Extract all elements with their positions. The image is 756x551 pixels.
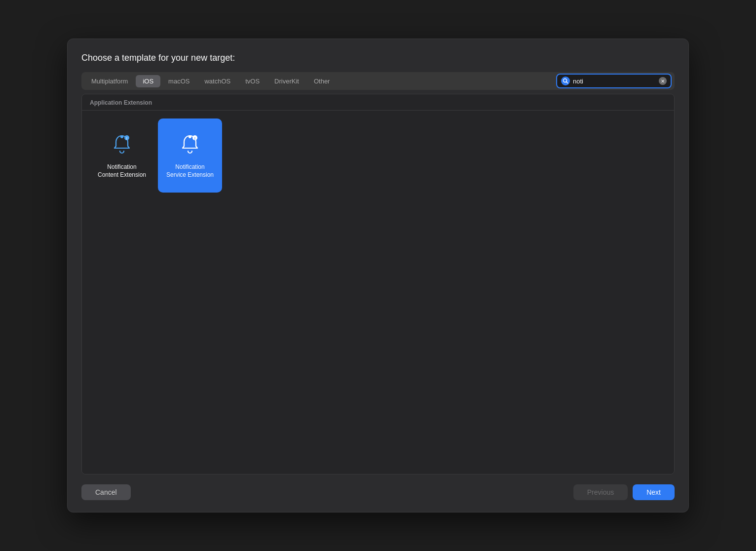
tabs-bar: Multiplatform iOS macOS watchOS tvOS Dri… <box>81 72 675 90</box>
notification-service-icon: ! <box>176 132 204 159</box>
templates-grid: ! NotificationContent Extension ! Notifi… <box>82 111 674 474</box>
dialog-title: Choose a template for your new target: <box>81 53 675 63</box>
cancel-button[interactable]: Cancel <box>81 484 131 500</box>
footer: Cancel Previous Next <box>81 484 675 500</box>
tab-watchos[interactable]: watchOS <box>197 75 237 87</box>
footer-right: Previous Next <box>573 484 675 500</box>
template-notification-content-label: NotificationContent Extension <box>98 163 146 179</box>
next-button[interactable]: Next <box>633 484 675 500</box>
search-clear-button[interactable]: ✕ <box>659 77 667 85</box>
tab-multiplatform[interactable]: Multiplatform <box>84 75 135 87</box>
search-box: ✕ <box>556 74 672 88</box>
svg-text:!: ! <box>126 137 127 140</box>
svg-point-2 <box>120 135 123 138</box>
template-notification-service-label: NotificationService Extension <box>166 163 214 179</box>
section-header: Application Extension <box>82 94 674 111</box>
content-area: Application Extension ! NotificationCont… <box>81 94 675 474</box>
search-input[interactable] <box>573 78 656 85</box>
svg-text:!: ! <box>194 137 195 140</box>
notification-content-icon: ! <box>108 132 136 159</box>
svg-line-1 <box>567 82 568 83</box>
tabs-list: Multiplatform iOS macOS watchOS tvOS Dri… <box>84 75 555 87</box>
template-notification-content[interactable]: ! NotificationContent Extension <box>90 118 154 193</box>
tab-macos[interactable]: macOS <box>161 75 196 87</box>
search-icon <box>561 77 570 85</box>
tab-ios[interactable]: iOS <box>136 75 160 87</box>
tab-tvos[interactable]: tvOS <box>238 75 266 87</box>
svg-point-5 <box>189 135 191 138</box>
previous-button[interactable]: Previous <box>573 484 628 500</box>
tab-other[interactable]: Other <box>307 75 337 87</box>
template-notification-service[interactable]: ! NotificationService Extension <box>158 118 222 193</box>
tab-driverkit[interactable]: DriverKit <box>267 75 306 87</box>
footer-left: Cancel <box>81 484 131 500</box>
dialog: Choose a template for your new target: M… <box>67 39 689 512</box>
